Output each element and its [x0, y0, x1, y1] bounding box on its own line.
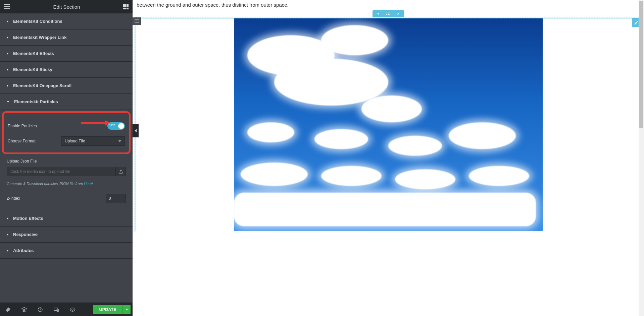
accordion-elementskit-sticky[interactable]: ElementsKit Sticky	[0, 62, 133, 78]
responsive-mode-button[interactable]	[48, 303, 64, 316]
accordion-label: ElementsKit Conditions	[13, 19, 62, 24]
canvas-scrollbar[interactable]	[639, 0, 644, 316]
upload-media-button[interactable]	[116, 167, 126, 176]
enable-particles-label: Enable Particles	[8, 124, 37, 128]
upload-icon	[118, 169, 123, 174]
svg-marker-3	[22, 307, 26, 310]
accordion-elementskit-effects[interactable]: ElementsKit Effects	[0, 46, 133, 62]
section-container[interactable]	[135, 17, 642, 232]
upload-json-label: Upload Json File	[7, 159, 126, 164]
sky-image-widget[interactable]	[234, 18, 543, 231]
accordion-label: Elementskit Wrapper Link	[13, 35, 66, 40]
page-body-text: between the ground and outer space, thus…	[133, 0, 644, 10]
edit-section-handle[interactable]	[386, 12, 391, 15]
remove-section-button[interactable]	[397, 12, 400, 15]
svg-point-16	[390, 14, 390, 15]
pencil-icon	[634, 20, 639, 25]
choose-format-label: Choose Format	[8, 139, 36, 143]
accordion-label: Motion Effects	[13, 216, 43, 221]
settings-button[interactable]	[0, 303, 16, 316]
hamburger-menu-icon[interactable]	[4, 4, 10, 9]
update-button[interactable]: UPDATE	[93, 305, 122, 314]
svg-point-15	[388, 14, 389, 15]
highlight-annotation-box: Enable Particles YES Choose Format Uploa…	[2, 111, 131, 154]
preview-button[interactable]	[64, 303, 81, 316]
devices-icon	[54, 307, 59, 312]
svg-point-6	[72, 309, 73, 310]
chevron-down-icon	[7, 101, 9, 103]
accordion-label: Responsive	[13, 232, 38, 237]
chevron-right-icon	[7, 36, 8, 39]
add-section-button[interactable]	[377, 12, 380, 15]
sky-image-content	[234, 18, 543, 231]
accordion-attributes[interactable]: Attributes	[0, 243, 133, 259]
svg-point-11	[386, 13, 387, 13]
plus-icon	[377, 12, 380, 15]
accordion-label: Elementskit Particles	[14, 99, 58, 104]
upload-json-input[interactable]	[7, 167, 116, 176]
section-toolbar	[373, 10, 404, 17]
chevron-right-icon	[7, 249, 8, 252]
navigator-button[interactable]	[16, 303, 32, 316]
widgets-grid-icon[interactable]	[123, 4, 129, 9]
accordion-label: Attributes	[13, 248, 34, 253]
chevron-right-icon	[7, 68, 8, 71]
accordion-motion-effects[interactable]: Motion Effects	[0, 210, 133, 227]
particles-json-link[interactable]: Here!	[84, 182, 93, 186]
column-icon	[135, 19, 139, 23]
chevron-down-icon	[118, 140, 121, 142]
sidebar-title: Edit Section	[53, 4, 80, 10]
accordion-elementskit-wrapper-link[interactable]: Elementskit Wrapper Link	[0, 29, 133, 46]
svg-point-14	[386, 14, 387, 15]
accordion-label: ElementsKit Sticky	[13, 67, 52, 72]
history-icon	[38, 307, 43, 312]
svg-point-12	[388, 13, 389, 13]
scrollbar-thumb[interactable]	[639, 1, 643, 128]
accordion-label: ElementsKit Onepage Scroll	[13, 83, 71, 88]
accordion-label: ElementsKit Effects	[13, 51, 54, 56]
sidebar-collapse-handle[interactable]	[133, 124, 139, 137]
z-index-label: Z-index	[7, 196, 20, 201]
chevron-right-icon	[7, 84, 8, 87]
select-value: Upload File	[65, 139, 85, 143]
eye-icon	[70, 307, 75, 312]
chevron-right-icon	[7, 217, 8, 220]
accordion-elementskit-onepage-scroll[interactable]: ElementsKit Onepage Scroll	[0, 78, 133, 94]
accordion-elementskit-conditions[interactable]: ElementsKit Conditions	[0, 13, 133, 29]
enable-particles-toggle[interactable]: YES	[107, 122, 125, 130]
accordion-responsive[interactable]: Responsive	[0, 227, 133, 243]
chevron-right-icon	[7, 52, 8, 55]
chevron-right-icon	[7, 233, 8, 236]
drag-handle-icon	[386, 12, 391, 15]
toggle-state-text: YES	[109, 124, 115, 127]
update-options-dropdown[interactable]	[122, 305, 131, 314]
gear-icon	[5, 307, 11, 312]
chevron-right-icon	[7, 20, 8, 23]
choose-format-select[interactable]: Upload File	[61, 136, 125, 146]
layers-icon	[21, 307, 27, 312]
chevron-left-icon	[135, 129, 137, 132]
history-button[interactable]	[32, 303, 48, 316]
close-icon	[397, 12, 400, 15]
chevron-up-icon	[126, 309, 128, 310]
hint-text: Generate & Download particles JSON file …	[7, 182, 84, 186]
column-edit-handle[interactable]	[133, 17, 141, 25]
accordion-elementskit-particles[interactable]: Elementskit Particles	[0, 94, 133, 110]
svg-point-13	[390, 13, 390, 13]
z-index-input[interactable]	[106, 194, 126, 203]
